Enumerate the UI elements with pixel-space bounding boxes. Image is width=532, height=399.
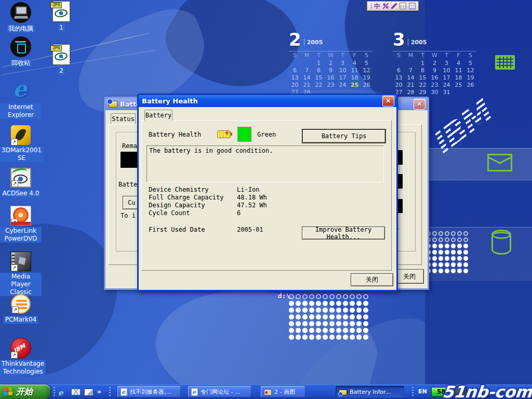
dot <box>356 335 362 340</box>
dot <box>302 294 308 299</box>
dot <box>438 231 443 236</box>
desktop-icon-label: CyberLink PowerDVD <box>0 227 42 243</box>
dot <box>438 237 443 242</box>
close-button[interactable]: 关闭 <box>351 273 393 286</box>
battery-detail-row: Full Charge Capacity48.18 Wh <box>149 194 267 202</box>
dot <box>296 294 301 299</box>
desktop-icon-thinkvantage[interactable]: ↗ThinkVantage Technologies <box>0 338 42 376</box>
quicklaunch-desk-icon[interactable] <box>84 389 94 396</box>
calendar-day: 19 <box>361 74 373 82</box>
to-improve-fragment: To i <box>121 212 136 219</box>
ime-chinese-indicator[interactable]: 中 <box>374 3 380 9</box>
dot <box>451 237 456 242</box>
improve-battery-health-button[interactable]: Improve Battery Health... <box>302 227 385 240</box>
desktop-icon-internet-explorer[interactable]: Internet Explorer <box>0 81 42 119</box>
tab-battery[interactable]: Battery <box>144 110 172 121</box>
task-button[interactable]: 找不到服务器,... <box>117 386 181 397</box>
close-icon[interactable]: × <box>414 99 425 110</box>
task-button[interactable]: 专门网论坛 - ... <box>188 386 251 397</box>
dot <box>343 308 348 313</box>
calendar-day: 4 <box>349 60 361 67</box>
calendar-day-header: S <box>393 51 405 60</box>
keypad-grid-icon <box>495 55 515 70</box>
battery-health-body: Battery Battery Health Green Battery Tip… <box>139 107 396 290</box>
dot <box>336 314 341 320</box>
shortcut-arrow-icon: ↗ <box>11 264 18 271</box>
dot-grid <box>426 231 470 275</box>
calendar-header: 2 2005 <box>289 29 374 48</box>
calendar-day: 6 <box>393 67 405 74</box>
dot <box>336 321 341 326</box>
ime-keyboard-icon[interactable] <box>400 3 406 9</box>
task-button-label: Battery Infor... <box>350 389 391 395</box>
calendar-day: 1 <box>417 60 429 67</box>
dot <box>432 262 437 267</box>
quicklaunch-ie-icon[interactable] <box>58 388 66 396</box>
task-button[interactable]: 2 - 画图 <box>261 386 305 397</box>
dot <box>336 308 341 313</box>
calendar-month: 2 <box>289 31 301 48</box>
dot <box>316 314 321 320</box>
calendar-day: 20 <box>393 82 405 89</box>
language-indicator[interactable]: EN <box>418 388 427 395</box>
dot <box>336 294 341 299</box>
desktop-icon-pcmark04[interactable]: ↗PCMark04 <box>0 294 42 324</box>
desktop-icon-acdsee[interactable]: ↗ACDSee 4.0 <box>0 166 42 197</box>
dot <box>336 328 341 333</box>
dot <box>363 294 368 299</box>
ie-page-icon <box>191 388 198 396</box>
paint-icon <box>264 389 272 395</box>
dot <box>457 231 462 236</box>
desktop-icon-3dmark2001[interactable]: ↗3DMark2001 SE <box>0 125 42 162</box>
calendar-day <box>453 89 464 96</box>
dot <box>451 262 456 267</box>
battery-detail-label: Cycle Count <box>149 209 237 217</box>
calendar-day-header: W <box>325 51 337 60</box>
close-button[interactable]: 关闭 <box>395 269 424 284</box>
task-button[interactable]: Battery Infor... <box>336 386 404 397</box>
desktop-file-jpg-1[interactable]: 1 <box>48 1 75 32</box>
dot <box>457 244 462 248</box>
dot <box>356 308 362 313</box>
battery-health-titlebar[interactable]: Battery Health × <box>139 95 396 107</box>
dot <box>438 269 443 273</box>
calendar-day: 21 <box>405 82 417 89</box>
battery-tips-button[interactable]: Battery Tips <box>302 129 386 143</box>
ime-language-bar[interactable]: 中 <box>367 1 419 11</box>
close-icon[interactable]: × <box>382 96 394 107</box>
calendar-day: 1 <box>313 60 325 67</box>
calendar-day-header: S <box>289 51 301 60</box>
quicklaunch-mail-icon[interactable] <box>71 389 81 395</box>
dot <box>438 256 443 261</box>
quicklaunch-more-icon[interactable]: » <box>97 388 105 396</box>
ime-pen-icon[interactable] <box>391 3 397 9</box>
dot <box>309 301 314 306</box>
calendar-day: 9 <box>325 67 337 74</box>
tab-status[interactable]: Status <box>111 113 136 124</box>
desktop-icon-my-computer[interactable]: 我的电脑 <box>0 2 42 33</box>
battery-health-dialog[interactable]: Battery Health × Battery Battery Health … <box>137 94 398 291</box>
desktop-file-jpg-2[interactable]: 2 <box>48 44 75 75</box>
battery-detail-label: Full Charge Capacity <box>149 194 237 202</box>
dot <box>302 314 308 320</box>
desktop-icon-recycle-bin[interactable]: 回收站 <box>0 36 42 67</box>
calendar-day: 28 <box>405 89 417 96</box>
battery-app-icon <box>109 101 117 108</box>
desktop-icon-mpc[interactable]: ↗Media Player Classic <box>0 251 42 296</box>
dot <box>329 308 335 313</box>
dot <box>309 314 314 320</box>
ime-menu-icon[interactable] <box>409 3 416 9</box>
calendar-day: 16 <box>429 74 441 82</box>
dot <box>451 256 456 261</box>
ime-grip[interactable] <box>369 3 371 9</box>
ime-mode-icon[interactable] <box>383 3 389 9</box>
dot <box>438 262 443 267</box>
start-button[interactable]: 开始 <box>0 384 50 399</box>
desktop-icon-powerdvd[interactable]: ↗CyberLink PowerDVD <box>0 206 42 243</box>
recycle-bin-icon <box>10 36 31 57</box>
dot <box>457 250 462 255</box>
dot <box>323 335 328 340</box>
taskbar-separator <box>412 387 414 396</box>
dot <box>463 262 468 267</box>
mpc-icon: ↗ <box>10 251 31 271</box>
